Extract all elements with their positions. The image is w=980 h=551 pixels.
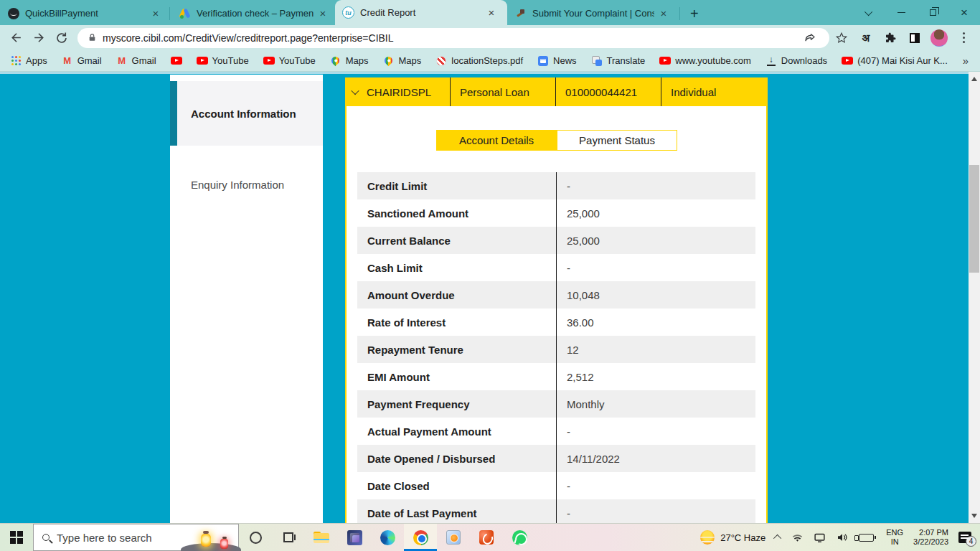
tab-payment-status[interactable]: Payment Status [557, 130, 677, 151]
bookmark-youtube-site[interactable]: www.youtube.com [659, 55, 751, 67]
gavel-favicon-icon [514, 7, 527, 19]
table-row: Date Closed - [357, 472, 755, 499]
new-tab-button[interactable]: + [682, 6, 707, 22]
bookmark-maps[interactable]: Maps [330, 55, 369, 67]
google-ads-favicon-icon [179, 7, 191, 19]
sidebar-extension-button[interactable] [903, 27, 927, 50]
transunion-favicon-icon: tu [342, 6, 354, 19]
edge-icon [380, 530, 395, 545]
language-indicator[interactable]: ENG IN [881, 524, 908, 551]
taskbar-search-box[interactable] [33, 524, 239, 551]
close-window-button[interactable]: × [948, 0, 980, 25]
window-menu-button[interactable] [854, 0, 885, 25]
tab-title: Verification check – Payments – C [197, 8, 314, 19]
share-button[interactable] [798, 27, 822, 50]
detail-value: - [556, 172, 755, 199]
edge-button[interactable] [371, 524, 404, 551]
tab-submit-complaint[interactable]: Submit Your Complaint | Consum × [507, 1, 678, 25]
show-hidden-icons-button[interactable] [771, 524, 786, 551]
search-input[interactable] [57, 532, 164, 544]
weather-widget[interactable]: 27°C Haze [695, 524, 771, 551]
tab-title: Submit Your Complaint | Consum [532, 8, 654, 19]
scrollbar-thumb[interactable] [969, 165, 979, 273]
chevron-down-icon [864, 7, 872, 15]
tab-close-icon[interactable]: × [485, 6, 498, 19]
chrome-icon [413, 530, 428, 545]
forward-arrow-icon [32, 31, 46, 44]
sidebar-item-account-information[interactable]: Account Information [170, 81, 323, 146]
notification-center-button[interactable]: 4 [953, 524, 980, 551]
youtube-icon [171, 55, 182, 67]
tab-account-details[interactable]: Account Details [436, 130, 557, 151]
cast-button[interactable] [809, 524, 831, 551]
table-row: Rate of Interest 36.00 [357, 309, 755, 336]
start-button[interactable] [0, 524, 33, 551]
gmail-icon: M [62, 55, 73, 67]
detail-label: Repayment Tenure [357, 336, 556, 363]
detail-value: 25,000 [556, 227, 755, 254]
office-button[interactable] [470, 524, 503, 551]
detail-value: Monthly [556, 390, 755, 418]
tab-quickbillpayment[interactable]: QuickBillPayment × [0, 1, 168, 25]
bookmark-youtube-video[interactable]: (407) Mai Kisi Aur K... [842, 55, 948, 67]
bookmark-star-button[interactable] [829, 27, 854, 50]
volume-button[interactable] [831, 524, 854, 551]
tab-close-icon[interactable]: × [657, 7, 670, 20]
page-scrollbar[interactable] [969, 72, 980, 523]
pdf-stripes-icon [435, 55, 447, 67]
bookmark-youtube[interactable]: YouTube [197, 55, 249, 67]
task-view-button[interactable] [272, 524, 305, 551]
reload-button[interactable] [50, 27, 73, 50]
bookmarks-overflow-button[interactable]: » [963, 55, 969, 67]
whatsapp-button[interactable] [503, 524, 536, 551]
account-header-row[interactable]: CHAIRIDSPL Personal Loan 010000044421 In… [345, 77, 768, 106]
back-button[interactable] [4, 27, 27, 50]
tab-close-icon[interactable]: × [316, 7, 329, 20]
bookmark-downloads[interactable]: Downloads [765, 55, 827, 67]
clock[interactable]: 2:07 PM 3/22/2023 [908, 524, 953, 551]
whatsapp-icon [512, 530, 527, 545]
scrollbar-up-button[interactable] [969, 73, 980, 85]
translate-extension-button[interactable]: अ [854, 27, 878, 50]
detail-value: - [556, 472, 755, 499]
collapse-chevron-icon[interactable] [351, 87, 359, 95]
file-explorer-button[interactable] [305, 524, 338, 551]
bookmark-maps[interactable]: Maps [383, 55, 422, 67]
restore-button[interactable] [917, 0, 948, 25]
bookmark-news[interactable]: News [537, 55, 577, 67]
reload-icon [55, 32, 68, 44]
puzzle-icon [884, 32, 897, 44]
bookmark-apps[interactable]: Apps [10, 55, 47, 67]
sidebar-item-enquiry-information[interactable]: Enquiry Information [170, 159, 323, 210]
profile-avatar[interactable] [927, 27, 951, 50]
tab-credit-report[interactable]: tu Credit Report × [335, 0, 507, 25]
bookmark-translate[interactable]: Translate [591, 55, 646, 67]
extensions-button[interactable] [878, 27, 903, 50]
address-bar[interactable]: myscore.cibil.com/CreditView/creditrepor… [77, 28, 829, 48]
photos-app-button[interactable] [338, 524, 371, 551]
kebab-menu-icon [963, 37, 965, 39]
bookmark-gmail[interactable]: MGmail [62, 55, 102, 67]
detail-label: Rate of Interest [357, 309, 556, 336]
battery-button[interactable] [854, 524, 881, 551]
tab-verification-check[interactable]: Verification check – Payments – C × [171, 1, 335, 25]
chrome-button[interactable] [404, 524, 437, 551]
bookmark-gmail[interactable]: MGmail [116, 55, 156, 67]
browser-menu-button[interactable] [951, 27, 976, 50]
bookmark-pdf[interactable]: locationSteps.pdf [435, 55, 523, 67]
tab-close-icon[interactable]: × [149, 7, 162, 20]
table-row: Sanctioned Amount 25,000 [357, 199, 755, 227]
wifi-button[interactable] [786, 524, 809, 551]
detail-value: - [556, 254, 755, 281]
bookmark-youtube[interactable]: YouTube [263, 55, 316, 67]
cortana-button[interactable] [239, 524, 272, 551]
table-row: Amount Overdue 10,048 [357, 281, 755, 309]
search-icon [42, 534, 50, 541]
detail-label: Actual Payment Amount [357, 418, 556, 445]
bookmark-youtube[interactable] [171, 55, 182, 67]
scrollbar-down-button[interactable] [969, 510, 980, 522]
media-player-button[interactable] [437, 524, 470, 551]
table-row: Cash Limit - [357, 254, 755, 281]
forward-button[interactable] [27, 27, 50, 50]
minimize-button[interactable] [885, 0, 917, 25]
